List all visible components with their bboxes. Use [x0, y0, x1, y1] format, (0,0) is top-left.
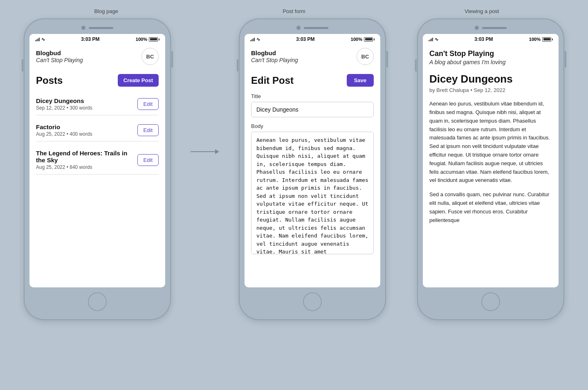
- blog-name-2: Can't Stop Playing: [251, 57, 298, 63]
- battery-percent-1: 100%: [136, 37, 147, 42]
- label-screen3: Viewing a post: [388, 8, 576, 14]
- view-blog-subtitle: A blog about games I'm loving: [429, 59, 552, 65]
- arrow-container: [191, 149, 219, 154]
- edit-form-content: Edit Post Save Title Body: [245, 68, 380, 262]
- phone-camera-3: [475, 26, 479, 30]
- phone-bottom-1: [29, 292, 165, 311]
- post-divider-2: [36, 174, 159, 175]
- home-button-3[interactable]: [481, 292, 500, 311]
- app-header-1: Blogbud Can't Stop Playing BC: [29, 44, 165, 68]
- body-textarea[interactable]: [251, 132, 374, 254]
- app-name-2: Blogbud: [251, 49, 298, 56]
- edit-button-0[interactable]: Edit: [137, 98, 159, 110]
- posts-content: Posts Create Post Dicey Dungeons Sep 12,…: [29, 68, 165, 184]
- title-label: Title: [251, 93, 374, 99]
- phone-screen-2: ∿ 3:03 PM 100% Blogbud Can: [245, 34, 380, 287]
- edit-post-title: Edit Post: [251, 75, 294, 86]
- phone-post-form: ∿ 3:03 PM 100% Blogbud Can: [227, 18, 397, 320]
- status-right-3: 100%: [529, 37, 553, 42]
- signal-icon: [35, 37, 40, 41]
- post-title-0: Dicey Dungeons: [36, 97, 92, 104]
- posts-header: Posts Create Post: [36, 74, 159, 87]
- post-divider-0: [36, 115, 159, 115]
- post-item-1: Factorio Aug 25, 2022 • 400 words Edit: [36, 119, 159, 146]
- status-time-2: 3:03 PM: [296, 36, 314, 42]
- signal-icon-2: [250, 37, 255, 41]
- edit-button-1[interactable]: Edit: [137, 124, 159, 136]
- body-label: Body: [251, 123, 374, 129]
- view-post-byline: by Brett Chalupa • Sep 12, 2022: [429, 87, 552, 93]
- signal-icon-3: [429, 37, 433, 41]
- posts-title: Posts: [36, 75, 63, 86]
- app-header-2: Blogbud Can't Stop Playing BC: [245, 44, 380, 68]
- label-screen1: Blog page: [12, 8, 200, 14]
- app-name-1: Blogbud: [36, 49, 83, 56]
- phone-bottom-2: [245, 292, 380, 311]
- status-bar-1: ∿ 3:03 PM 100%: [29, 34, 165, 44]
- post-title-2: The Legend of Heroes: Trails in the Sky: [36, 150, 137, 164]
- status-left-3: ∿: [429, 37, 438, 42]
- status-right-2: 100%: [351, 37, 375, 42]
- arrow-head: [215, 149, 219, 154]
- home-button-1[interactable]: [88, 292, 107, 311]
- wifi-icon-2: ∿: [256, 37, 260, 42]
- phone-camera-2: [296, 26, 301, 30]
- body-paragraph-1: Aenean leo purus, vestibulum vitae biben…: [429, 100, 552, 185]
- avatar-1[interactable]: BC: [141, 48, 159, 65]
- post-item-2: The Legend of Heroes: Trails in the Sky …: [36, 146, 159, 179]
- label-screen2: Post form: [200, 8, 388, 14]
- status-left-1: ∿: [35, 37, 45, 42]
- view-blog-title: Can't Stop Playing: [429, 49, 552, 58]
- view-post-content: Can't Stop Playing A blog about games I'…: [423, 44, 559, 230]
- post-meta-0: Sep 12, 2022 • 300 words: [36, 105, 92, 111]
- phone-screen-1: ∿ 3:03 PM 100% Blogbud Can: [29, 34, 165, 287]
- phone-camera: [81, 26, 85, 30]
- navigation-arrow: [191, 149, 219, 154]
- save-button[interactable]: Save: [347, 74, 374, 87]
- post-title-1: Factorio: [36, 123, 92, 130]
- phone-view-post: ∿ 3:03 PM 100% Can't Stop Playing A blog: [406, 18, 576, 320]
- phone-blog-page: ∿ 3:03 PM 100% Blogbud Can: [12, 18, 182, 320]
- battery-percent-3: 100%: [529, 37, 541, 42]
- battery-icon-2: [364, 37, 375, 42]
- title-input[interactable]: [251, 102, 374, 117]
- phone-speaker-3: [482, 27, 507, 29]
- phone-screen-3: ∿ 3:03 PM 100% Can't Stop Playing A blog: [423, 34, 559, 287]
- wifi-icon: ∿: [41, 37, 45, 42]
- status-left-2: ∿: [250, 37, 260, 42]
- status-time-1: 3:03 PM: [81, 36, 99, 42]
- wifi-icon-3: ∿: [435, 37, 438, 42]
- status-time-3: 3:03 PM: [474, 36, 493, 42]
- battery-icon-1: [149, 37, 159, 42]
- body-paragraph-2: Sed a convallis quam, nec pulvinar nunc.…: [429, 191, 552, 224]
- view-post-title: Dicey Dungeons: [429, 73, 552, 85]
- edit-button-2[interactable]: Edit: [137, 154, 159, 166]
- create-post-button[interactable]: Create Post: [118, 74, 159, 87]
- status-right-1: 100%: [136, 37, 159, 42]
- home-button-2[interactable]: [303, 292, 322, 311]
- battery-percent-2: 100%: [351, 37, 362, 42]
- phone-bottom-3: [423, 292, 559, 311]
- arrow-line: [191, 151, 215, 152]
- post-divider-1: [36, 141, 159, 141]
- edit-post-header: Edit Post Save: [251, 74, 374, 87]
- blog-name-1: Can't Stop Playing: [36, 57, 83, 63]
- post-meta-2: Aug 25, 2022 • 840 words: [36, 164, 137, 170]
- phone-speaker: [89, 27, 113, 29]
- phone-speaker-2: [304, 27, 328, 29]
- post-item-0: Dicey Dungeons Sep 12, 2022 • 300 words …: [36, 93, 159, 119]
- view-post-body: Aenean leo purus, vestibulum vitae biben…: [429, 100, 552, 224]
- avatar-2[interactable]: BC: [357, 48, 374, 65]
- status-bar-3: ∿ 3:03 PM 100%: [423, 34, 559, 44]
- status-bar-2: ∿ 3:03 PM 100%: [245, 34, 380, 44]
- post-meta-1: Aug 25, 2022 • 400 words: [36, 131, 92, 137]
- battery-icon-3: [542, 37, 553, 42]
